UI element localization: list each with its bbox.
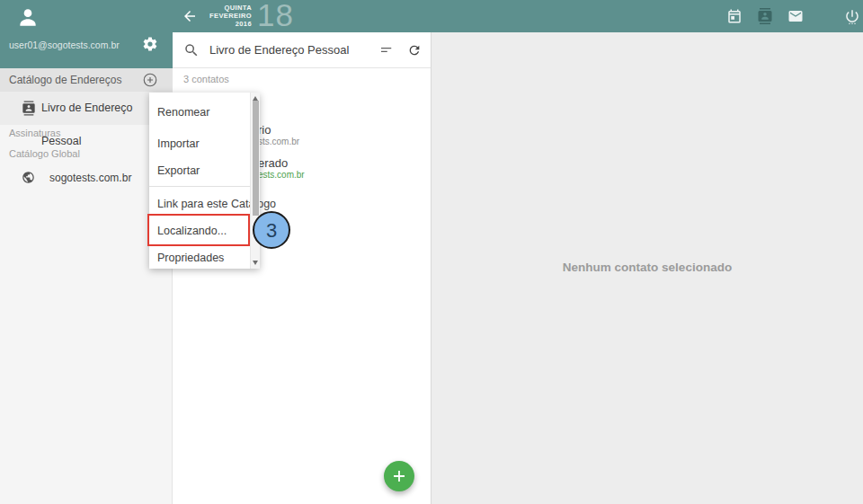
contact-name: rio: [258, 124, 299, 137]
menu-item-rename[interactable]: Renomear: [157, 103, 209, 121]
searchbar: Livro de Endereço Pessoal: [173, 32, 431, 68]
contact-email: ests.com.br: [258, 170, 305, 181]
scroll-down-icon[interactable]: [253, 261, 258, 265]
sogo-contacts-app: user01@sogotests.com.br Catálogo de Ende…: [0, 0, 863, 504]
sidebar: user01@sogotests.com.br Catálogo de Ende…: [0, 0, 173, 504]
mail-icon[interactable]: [787, 8, 804, 24]
refresh-icon[interactable]: [407, 43, 422, 57]
date-year: 2016: [198, 20, 252, 28]
add-contact-fab[interactable]: [384, 461, 414, 491]
catalog-header-row: Catálogo de Endereços: [0, 68, 173, 92]
empty-selection-message: Nenhum contato selecionado: [432, 261, 863, 274]
sidebar-domain-label: sogotests.com.br: [49, 167, 131, 189]
menu-item-import[interactable]: Importar: [157, 135, 200, 153]
power-icon[interactable]: [844, 8, 860, 24]
user-avatar-icon: [16, 5, 40, 29]
date-block: QUINTA FEVEREIRO 2016: [198, 4, 252, 28]
contact-name: erado: [258, 157, 305, 170]
add-catalog-icon[interactable]: [142, 72, 158, 88]
calendar-icon[interactable]: [726, 8, 743, 24]
detail-panel: Nenhum contato selecionado: [432, 32, 863, 504]
globe-icon: [22, 171, 35, 184]
contact-row[interactable]: rio sts.com.br: [258, 124, 299, 147]
date-weekday: QUINTA: [198, 4, 252, 12]
search-icon[interactable]: [183, 42, 200, 58]
annotation-step-badge: 3: [253, 211, 290, 249]
menu-item-properties[interactable]: Propriedades: [157, 249, 224, 267]
gear-icon[interactable]: [142, 36, 158, 52]
sort-icon[interactable]: [378, 42, 395, 58]
catalog-header-label: Catálogo de Endereços: [9, 68, 121, 92]
user-block: user01@sogotests.com.br: [0, 0, 173, 68]
contact-count: 3 contatos: [183, 68, 229, 91]
contact-email: sts.com.br: [258, 137, 299, 147]
date-month: FEVEREIRO: [198, 12, 252, 20]
date-day: 18: [257, 0, 294, 33]
annotation-highlight-rect: [147, 214, 250, 246]
plus-icon: [391, 468, 407, 484]
contacts-module-icon[interactable]: [757, 8, 773, 24]
address-book-icon: [22, 101, 36, 116]
contact-row[interactable]: erado ests.com.br: [258, 157, 305, 181]
sidebar-item-personal-book[interactable]: Livro de Endereço Pessoal: [0, 92, 173, 125]
topbar: QUINTA FEVEREIRO 2016 18: [173, 0, 863, 32]
sidebar-section-subscriptions: Assinaturas: [9, 126, 162, 140]
menu-divider: [149, 186, 250, 187]
sidebar-section-global-catalog: Catálogo Global: [9, 146, 162, 161]
sidebar-item-domain[interactable]: sogotests.com.br: [0, 167, 173, 189]
scrollbar-thumb[interactable]: [253, 101, 259, 216]
user-email: user01@sogotests.com.br: [9, 40, 120, 50]
menu-item-export[interactable]: Exportar: [157, 162, 200, 180]
search-title[interactable]: Livro de Endereço Pessoal: [209, 32, 349, 68]
back-arrow-icon[interactable]: [182, 8, 198, 24]
